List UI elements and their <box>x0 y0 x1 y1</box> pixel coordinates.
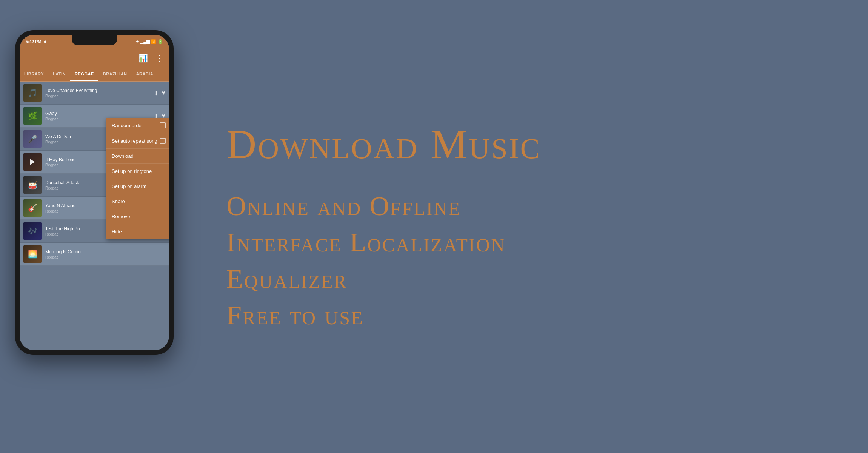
song-title: Love Changes Everything <box>45 88 154 93</box>
favorite-icon[interactable]: ♥ <box>162 89 166 96</box>
song-thumbnail: 🎸 <box>23 199 42 217</box>
menu-item-alarm[interactable]: Set up on alarm <box>106 179 169 194</box>
phone-frame: 5:42 PM ◀ ✦ ▂▄▆ 📶 🔋 📊 ⋮ LIBRARY LATIN <box>15 30 174 355</box>
app-header: 📊 ⋮ <box>20 48 169 68</box>
feature-item-1: Online and Offline <box>226 190 830 222</box>
list-item[interactable]: 🎵 Love Changes Everything Reggae ⬇ ♥ <box>20 82 169 105</box>
menu-item-label: Remove <box>112 214 130 219</box>
menu-item-hide[interactable]: Hide <box>106 224 169 239</box>
status-time: 5:42 PM <box>26 39 42 44</box>
feature-item-2: Interface Localization <box>226 226 830 259</box>
menu-item-label: Set up on ringtone <box>112 168 152 174</box>
tab-brazilian[interactable]: BRAZILIAN <box>98 68 132 81</box>
download-icon[interactable]: ⬇ <box>154 89 159 97</box>
tab-bar: LIBRARY LATIN REGGAE BRAZILIAN ARABIA <box>20 68 169 82</box>
thumb-image-3: 🎤 <box>23 130 42 148</box>
bluetooth-icon: ✦ <box>135 39 139 44</box>
song-thumbnail <box>23 153 42 171</box>
menu-item-remove[interactable]: Remove <box>106 209 169 224</box>
right-panel: Download Music Online and Offline Interf… <box>189 0 868 453</box>
tab-library[interactable]: LIBRARY <box>20 68 48 81</box>
wifi-icon: 📶 <box>151 39 156 44</box>
tab-latin[interactable]: LATIN <box>48 68 70 81</box>
thumb-image-4 <box>23 153 42 171</box>
song-actions: ⬇ ♥ <box>154 89 166 97</box>
thumb-image-6: 🎸 <box>23 199 42 217</box>
tab-arabia[interactable]: ARABIA <box>132 68 158 81</box>
menu-item-auto-repeat[interactable]: Set auto repeat song <box>106 133 169 149</box>
phone-mockup: 5:42 PM ◀ ✦ ▂▄▆ 📶 🔋 📊 ⋮ LIBRARY LATIN <box>15 30 174 427</box>
song-thumbnail: 🎵 <box>23 84 42 102</box>
thumb-image-5: 🥁 <box>23 176 42 194</box>
song-thumbnail: 🌅 <box>23 245 42 263</box>
status-signal: ◀ <box>43 39 46 44</box>
menu-item-label: Random order <box>112 123 143 128</box>
thumb-image-7: 🎶 <box>23 222 42 240</box>
equalizer-icon[interactable]: 📊 <box>139 54 148 63</box>
menu-item-random-order[interactable]: Random order <box>106 118 169 133</box>
status-bar-right: ✦ ▂▄▆ 📶 🔋 <box>135 39 163 44</box>
thumb-image-8: 🌅 <box>23 245 42 263</box>
list-item[interactable]: 🌅 Morning Is Comin... Reggae <box>20 243 169 266</box>
feature-item-4: Free to use <box>226 299 830 331</box>
song-genre: Reggae <box>45 255 165 259</box>
song-genre: Reggae <box>45 94 154 98</box>
signal-bars-icon: ▂▄▆ <box>140 39 149 44</box>
random-order-checkbox[interactable] <box>160 122 166 128</box>
feature-list: Online and Offline Interface Localizatio… <box>226 190 830 332</box>
menu-item-label: Set auto repeat song <box>112 138 157 144</box>
more-options-icon[interactable]: ⋮ <box>155 54 163 63</box>
status-bar-left: 5:42 PM ◀ <box>26 39 46 44</box>
song-info: Morning Is Comin... Reggae <box>45 249 165 259</box>
song-title: Morning Is Comin... <box>45 249 165 254</box>
menu-item-label: Download <box>112 153 134 159</box>
song-title: Gway <box>45 111 154 116</box>
menu-item-label: Share <box>112 199 125 204</box>
main-title: Download Music <box>226 122 830 167</box>
menu-item-share[interactable]: Share <box>106 194 169 209</box>
song-thumbnail: 🌿 <box>23 107 42 125</box>
phone-screen: 5:42 PM ◀ ✦ ▂▄▆ 📶 🔋 📊 ⋮ LIBRARY LATIN <box>20 35 169 350</box>
auto-repeat-checkbox[interactable] <box>160 138 166 144</box>
song-thumbnail: 🎶 <box>23 222 42 240</box>
thumb-image-1: 🎵 <box>23 84 42 102</box>
menu-item-label: Set up on alarm <box>112 183 146 189</box>
context-menu: Random order Set auto repeat song Downlo… <box>106 118 169 239</box>
menu-item-label: Hide <box>112 229 122 234</box>
menu-item-ringtone[interactable]: Set up on ringtone <box>106 164 169 179</box>
menu-item-download[interactable]: Download <box>106 149 169 164</box>
feature-item-3: Equalizer <box>226 263 830 295</box>
thumb-image-2: 🌿 <box>23 107 42 125</box>
song-info: Love Changes Everything Reggae <box>45 88 154 98</box>
song-thumbnail: 🎤 <box>23 130 42 148</box>
song-thumbnail: 🥁 <box>23 176 42 194</box>
phone-notch <box>72 35 117 45</box>
tab-reggae[interactable]: REGGAE <box>70 68 98 81</box>
battery-icon: 🔋 <box>158 39 163 44</box>
